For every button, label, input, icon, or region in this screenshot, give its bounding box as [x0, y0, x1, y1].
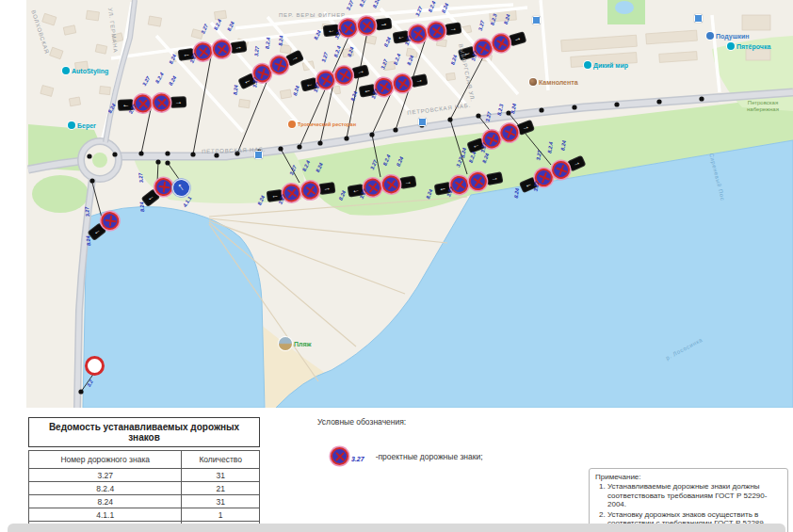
sign-group: ←→8.243.273.278.2.48.24 — [348, 172, 416, 201]
poi-pin-icon — [706, 32, 714, 40]
business-avatar — [529, 78, 537, 86]
sign-number-label: 8.24 — [106, 103, 116, 114]
street-name-label: Волховская — [30, 9, 50, 55]
arrow-plate-right-icon: → — [352, 65, 368, 77]
no-stopping-sign-icon — [427, 21, 447, 41]
arrow-plate-right-icon: → — [517, 121, 534, 135]
table-cell: 21 — [182, 482, 260, 495]
sign-number-label: 8.24 — [481, 153, 490, 164]
poi-name: Пляж — [294, 341, 312, 347]
sign-number-label: 8.24 — [168, 75, 177, 87]
no-stopping-sign-icon — [392, 73, 413, 93]
no-stopping-sign-icon — [134, 94, 153, 113]
poi-label: Тропический ресторан — [288, 121, 356, 128]
no-stopping-sign-icon — [300, 180, 320, 200]
no-vehicles-sign-icon — [85, 356, 105, 376]
sign-number-label: 8.2.4 — [154, 72, 165, 85]
poi-label: AutoStyling — [62, 67, 108, 74]
no-stopping-sign-icon — [153, 93, 171, 112]
water-name-label: р. Лососинка — [665, 337, 704, 362]
sign-number-label: 8.24 — [371, 0, 380, 8]
sign-number-label: 3.27 — [345, 0, 354, 11]
city-map: ←→8.243.273.278.2.48.24←→8.243.273.278.2… — [0, 0, 793, 408]
bottom-panel: Ведомость устанавливаемых дорожных знако… — [0, 408, 793, 532]
table-row: 8.2431 — [29, 495, 260, 508]
table-cell: 3.27 — [29, 469, 182, 482]
no-stopping-sign-icon — [331, 447, 348, 465]
sign-number-label: 3.27 — [484, 111, 492, 122]
arrow-plate-right-icon: → — [171, 97, 186, 107]
poi-name: Берег — [77, 122, 96, 129]
sign-number-label: 3.27 — [414, 6, 424, 17]
sign-number-label: 8.24 — [349, 90, 358, 102]
sign-number-label: 3.27 — [320, 52, 329, 63]
sign-number-label: 8.24 — [513, 187, 520, 198]
poi-label: Берег — [68, 121, 96, 129]
sign-number-label: 3.27 — [533, 181, 540, 191]
sign-number-label: 8.2.4 — [213, 18, 222, 31]
no-stopping-sign-icon — [333, 65, 355, 87]
poi-name: AutoStyling — [72, 68, 108, 74]
poi-label: Камнолента — [529, 78, 578, 86]
no-stopping-sign-icon — [381, 174, 402, 195]
sign-group: ←→8.243.273.278.2.38.24 — [458, 28, 526, 64]
sign-number-label: 3.27 — [380, 58, 388, 70]
poi-pin-icon — [584, 61, 591, 69]
legend-title: Условные обозначения: — [317, 417, 483, 427]
table-cell: 4.1.1 — [29, 508, 182, 522]
sign-number-label: 8.2.4 — [381, 153, 391, 167]
sign-number-label: 8.24 — [313, 29, 322, 40]
sign-group: ←→8.243.273.278.2.48.24 — [178, 37, 247, 64]
transit-stop-icon — [254, 151, 263, 159]
no-stopping-sign-icon — [212, 39, 232, 58]
sign-group-single: ←8.243.27 — [86, 208, 122, 243]
sign-group: ←→8.243.273.278.2.48.24 — [393, 19, 461, 47]
arrow-plate-right-icon: → — [376, 18, 391, 29]
sign-number-label: 3.27 — [455, 156, 463, 168]
no-stopping-sign-icon — [338, 18, 358, 38]
sign-number-label: 8.24 — [226, 21, 235, 32]
sign-number-label: 8.24 — [510, 104, 517, 115]
map-annotations-layer: ←→8.243.273.278.2.48.24←→8.243.273.278.2… — [0, 0, 793, 408]
sign-number-label: 8.24 — [138, 202, 145, 212]
table-cell: 8.24 — [29, 495, 182, 508]
transit-stop-icon — [418, 118, 427, 126]
arrow-plate-right-icon: → — [445, 23, 461, 34]
sign-number-label: 8.2.4 — [427, 0, 436, 13]
sign-number-label: 8.24 — [168, 54, 177, 65]
sign-number-label: 8.2.3 — [490, 13, 498, 25]
sign-number-label: 8.2.3 — [496, 104, 504, 116]
table-cell: 1 — [182, 508, 260, 522]
sign-group: ←→8.243.273.278.2.48.24 — [119, 92, 186, 114]
street-name-label: Петровская наб. — [407, 103, 471, 116]
table-row: 4.1.11 — [29, 508, 260, 522]
sign-number-label: 3.27 — [138, 172, 144, 183]
arrow-plate-right-icon: → — [568, 155, 585, 169]
sign-number-label: 8.2.4 — [332, 45, 341, 57]
poi-pin-icon — [288, 121, 296, 128]
table-row: 3.2731 — [29, 469, 260, 482]
sign-number-label: 8.24 — [315, 162, 324, 173]
sign-number-label: 8.24 — [292, 85, 300, 96]
window-footer-bar — [8, 524, 785, 532]
sign-number-label: 8.24 — [425, 188, 433, 200]
sign-number-label: 8.2.4 — [468, 151, 477, 164]
arrow-plate-right-icon: → — [510, 32, 526, 45]
transit-stop-icon — [694, 14, 703, 23]
sign-number-label: 8.24 — [278, 36, 284, 46]
sign-number-label: 3.27 — [369, 159, 379, 170]
arrow-plate-right-icon: → — [286, 50, 303, 65]
no-stopping-sign-icon — [357, 16, 377, 36]
sign-number-label: 8.24 — [503, 13, 511, 24]
sign-number-label: 8.24 — [382, 36, 392, 47]
note-item: Устанавливаемые дорожные знаки должны со… — [607, 482, 782, 509]
table-cell: 31 — [182, 495, 260, 508]
sign-number-label: 4.1.1 — [182, 195, 193, 208]
sign-number-label: 3.27 — [141, 75, 151, 87]
sign-number-label: 8.2.4 — [393, 53, 402, 66]
sign-number-label: 3.27 — [535, 150, 542, 160]
sign-number-label: 8.24 — [396, 155, 405, 167]
sign-number-label: 8.24 — [256, 195, 266, 206]
poi-name: Камнолента — [539, 79, 578, 86]
poi-name: Дикий мир — [593, 62, 628, 69]
